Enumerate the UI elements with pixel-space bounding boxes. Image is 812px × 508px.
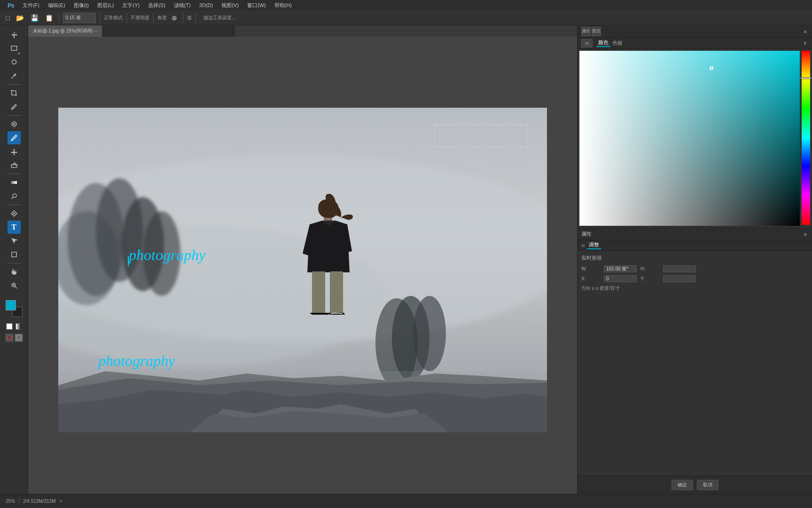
cancel-button[interactable]: 取消 (697, 480, 718, 490)
brush-tool[interactable] (8, 131, 21, 144)
default-colors[interactable] (6, 323, 13, 330)
hand-tool[interactable] (8, 265, 21, 278)
color-hue-strip[interactable] (802, 51, 810, 225)
lasso-tool[interactable] (8, 56, 21, 69)
value-label: 值 (187, 15, 192, 21)
tool-sep-4 (7, 205, 21, 205)
menu-layer[interactable]: 图层(L) (94, 1, 117, 10)
tool-sep-3 (7, 174, 21, 174)
menu-3d[interactable]: 3D(D) (195, 1, 217, 9)
gradient-tool[interactable] (8, 176, 21, 189)
y-input[interactable] (663, 275, 696, 282)
top-toolbar: □ 📂 💾 📋 正常模式 不透明度 角度 ⊕ 值 描边工具设置... (0, 10, 812, 25)
svg-point-24 (413, 296, 446, 371)
menu-view[interactable]: 视图(V) (218, 1, 242, 10)
properties-label: 属性 (581, 230, 592, 238)
eraser-tool[interactable] (8, 159, 21, 172)
brush-size-input[interactable] (63, 13, 96, 23)
pen-tool[interactable] (8, 207, 21, 220)
clone-stamp-tool[interactable] (8, 145, 21, 158)
left-tools-panel: T (0, 25, 28, 494)
text-cursor (128, 256, 129, 266)
svg-rect-28 (312, 271, 325, 314)
swap-colors[interactable] (16, 323, 22, 330)
w-input[interactable] (604, 265, 637, 272)
ok-button[interactable]: 确定 (671, 480, 693, 490)
menu-bar: Ps 文件(F) 编辑(E) 图像(I) 图层(L) 文字(Y) 选择(S) 滤… (0, 0, 812, 10)
save-as-btn[interactable]: 📋 (43, 13, 55, 23)
canvas-image[interactable]: photography photography (58, 108, 547, 432)
panel-icon-properties[interactable]: 属性 (581, 27, 591, 36)
zoom-level: 25% (4, 499, 17, 504)
tab-bar: 未标题-1.jpg @ 25%(RGB/8) × (28, 25, 235, 37)
menu-filter[interactable]: 滤镜(T) (170, 1, 195, 10)
path-select-tool[interactable] (8, 234, 21, 247)
menu-edit[interactable]: 编辑(E) (44, 1, 69, 10)
toolbar-status: 描边工具设置... (203, 15, 235, 21)
w-label: W: (581, 266, 600, 271)
menu-help[interactable]: 帮助(H) (271, 1, 296, 10)
svg-line-8 (11, 197, 13, 199)
color-panel-collapse[interactable]: ∨ (802, 40, 808, 47)
panel-bottom-buttons: 确定 取消 (578, 476, 812, 494)
right-panel: 属性 图层 ≡ AI 颜色 色板 ∨ (577, 25, 812, 494)
text-tool[interactable]: T (8, 221, 21, 234)
heal-brush-tool[interactable] (8, 118, 21, 131)
active-tab[interactable]: 未标题-1.jpg @ 25%(RGB/8) × (28, 25, 102, 37)
foreground-swatch[interactable] (6, 300, 16, 310)
props-panel-menu[interactable]: ≡ (803, 231, 808, 238)
tab-close[interactable]: × (94, 29, 97, 33)
screen-mode-btn[interactable] (15, 334, 23, 341)
panel-menu-btn[interactable]: ≡ (803, 28, 808, 35)
menu-text[interactable]: 文字(Y) (118, 1, 143, 10)
crop-tool[interactable] (8, 87, 21, 100)
svg-point-26 (318, 199, 339, 218)
menu-image[interactable]: 图像(I) (70, 1, 93, 10)
mode-label: 正常模式 (104, 15, 123, 21)
color-swatches[interactable] (6, 300, 23, 317)
save-btn[interactable]: 💾 (29, 13, 40, 23)
move-tool[interactable] (8, 28, 21, 41)
shape-tool[interactable] (8, 248, 21, 261)
color-picker-dot[interactable] (710, 66, 713, 70)
h-input[interactable] (663, 265, 696, 272)
file-size-info: 2/4.513M/313M (21, 499, 58, 504)
svg-rect-29 (330, 271, 343, 314)
x-label: X: (581, 276, 600, 281)
color-spectrum-area (578, 49, 812, 228)
quick-mask-btn[interactable] (6, 334, 13, 341)
tool-sep-2 (7, 115, 21, 116)
svg-line-1 (11, 75, 15, 79)
svg-point-22 (143, 211, 180, 296)
color-tab[interactable]: 颜色 (596, 39, 610, 47)
svg-rect-10 (12, 252, 16, 257)
magic-wand-tool[interactable] (8, 69, 21, 82)
eyedropper-tool[interactable] (8, 100, 21, 113)
toolbar-sep-2 (100, 13, 100, 23)
x-input[interactable] (604, 275, 637, 282)
menu-file[interactable]: 文件(F) (19, 1, 43, 10)
hue-slider[interactable] (800, 77, 812, 79)
adjust-tab[interactable]: 调整 (587, 241, 601, 249)
status-arrow[interactable]: > (60, 499, 62, 504)
color-spectrum[interactable] (579, 51, 800, 226)
dodge-tool[interactable] (8, 190, 21, 203)
zoom-tool[interactable] (8, 279, 21, 292)
tool-sep-1 (7, 84, 21, 85)
width-row: W: H: (581, 265, 808, 272)
layers-icon-small[interactable]: ⊞ (581, 243, 585, 248)
ai-icon[interactable]: AI (581, 39, 593, 48)
select-rect-tool[interactable] (8, 42, 21, 55)
toolbar-sep-1 (59, 13, 59, 23)
angle-icon[interactable]: ⊕ (170, 13, 179, 23)
density-label: 方向 ≥ ≥ 密度/百寸 (581, 285, 808, 292)
menu-select[interactable]: 选择(S) (144, 1, 169, 10)
swatches-tab[interactable]: 色板 (610, 40, 625, 47)
status-sep-1 (19, 498, 19, 505)
open-btn[interactable]: 📂 (14, 13, 26, 23)
new-btn[interactable]: □ (4, 13, 11, 23)
menu-window[interactable]: 窗口(W) (243, 1, 270, 10)
panel-icon-layers[interactable]: 图层 (592, 27, 601, 36)
toolbar-sep-6 (195, 13, 196, 23)
live-shape-label: 实时形状 (581, 254, 808, 262)
